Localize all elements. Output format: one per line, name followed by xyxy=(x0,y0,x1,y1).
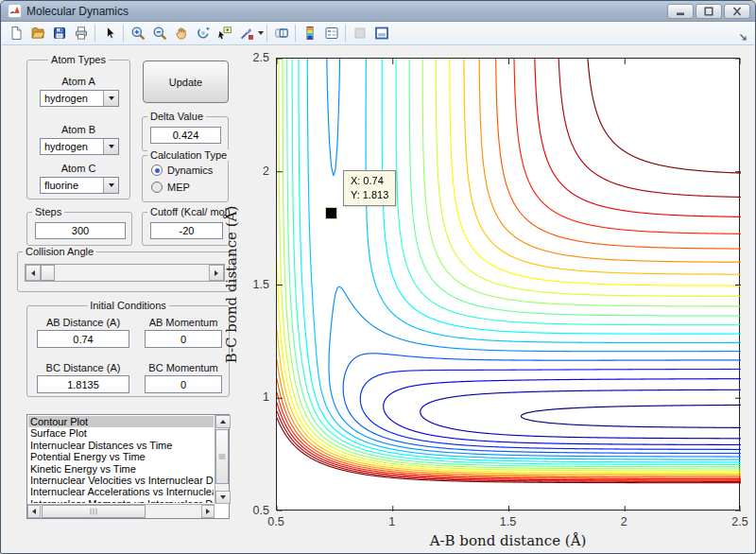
list-item[interactable]: Internuclear Velocities vs Internuclear … xyxy=(28,475,214,486)
link-plots-icon[interactable] xyxy=(270,23,292,43)
contour-plot-canvas[interactable] xyxy=(277,59,741,511)
x-tick-label: 1.5 xyxy=(500,515,516,528)
collision-angle-legend: Collision Angle xyxy=(23,246,96,257)
calculation-type-legend: Calculation Type xyxy=(147,149,230,161)
radio-selected-icon[interactable] xyxy=(151,164,163,176)
close-button[interactable] xyxy=(724,4,750,19)
arrow-left-icon xyxy=(31,270,35,276)
calculation-type-group: Calculation Type Dynamics MEP xyxy=(142,155,229,202)
zoom-out-icon[interactable] xyxy=(148,23,170,43)
slider-right-arrow[interactable] xyxy=(209,265,224,281)
data-cursor-icon[interactable] xyxy=(214,23,235,43)
plottools-icon[interactable] xyxy=(349,23,370,43)
delta-value-group: Delta Value xyxy=(142,116,229,151)
collision-angle-slider[interactable] xyxy=(25,264,225,282)
brush-icon[interactable] xyxy=(235,23,257,43)
dynamics-radio-row[interactable]: Dynamics xyxy=(151,164,213,176)
steps-field[interactable] xyxy=(35,222,126,239)
print-icon[interactable] xyxy=(70,23,92,43)
ab-momentum-field[interactable] xyxy=(145,330,222,348)
list-item[interactable]: Contour Plot xyxy=(28,416,214,427)
insert-legend-icon[interactable] xyxy=(320,23,342,43)
list-item[interactable]: Surface Plot xyxy=(28,427,214,439)
new-document-icon[interactable] xyxy=(5,23,26,43)
scroll-up-button[interactable] xyxy=(215,415,231,428)
cutoff-field[interactable] xyxy=(150,222,223,239)
brush-dropdown-caret[interactable] xyxy=(258,31,264,35)
ab-momentum-label: AB Momentum xyxy=(145,317,222,328)
list-item[interactable]: Internuclear Accelerations vs Internucle… xyxy=(28,486,214,497)
cutoff-legend: Cutoff (Kcal/ mol) xyxy=(147,206,233,217)
bc-distance-label: BC Distance (A) xyxy=(37,362,129,373)
update-button[interactable]: Update xyxy=(143,61,229,103)
ab-distance-field[interactable] xyxy=(37,330,129,348)
x-tick-label: 1 xyxy=(388,515,395,528)
atom-c-dropdown[interactable]: fluorine xyxy=(40,177,119,194)
window-title: Molecular Dynamics xyxy=(26,5,129,18)
scroll-right-button[interactable] xyxy=(201,505,215,518)
bc-distance-field[interactable] xyxy=(37,375,129,393)
y-tick-label: 1 xyxy=(263,390,269,404)
atom-b-dropdown[interactable]: hydrogen xyxy=(40,138,119,155)
slider-left-arrow[interactable] xyxy=(26,265,41,281)
atom-b-label: Atom B xyxy=(27,124,129,135)
atom-types-legend: Atom Types xyxy=(48,54,109,65)
steps-legend: Steps xyxy=(32,206,64,217)
delta-value-field[interactable] xyxy=(150,127,221,144)
radio-unselected-icon[interactable] xyxy=(151,182,163,193)
x-tick-label: 2 xyxy=(621,515,627,528)
atom-c-label: Atom C xyxy=(27,163,129,174)
atom-a-dropdown[interactable]: hydrogen xyxy=(40,90,119,107)
maximize-button[interactable] xyxy=(696,4,722,19)
zoom-in-icon[interactable] xyxy=(127,23,148,43)
vertical-scroll-thumb[interactable] xyxy=(215,429,229,484)
titlebar[interactable]: Molecular Dynamics xyxy=(1,1,755,22)
y-tick-label: 0.5 xyxy=(253,504,269,517)
dropdown-button[interactable] xyxy=(103,91,118,106)
dropdown-button[interactable] xyxy=(103,139,118,154)
scroll-down-button[interactable] xyxy=(215,491,231,504)
pointer-icon[interactable] xyxy=(98,23,120,43)
matlab-app-icon xyxy=(8,4,22,18)
initial-conditions-group: Initial Conditions AB Distance (A) AB Mo… xyxy=(26,305,230,397)
axes-box[interactable] xyxy=(276,58,740,511)
vertical-scrollbar[interactable] xyxy=(215,415,229,504)
mep-radio-label: MEP xyxy=(167,182,190,193)
pan-icon[interactable] xyxy=(170,23,192,43)
steps-group: Steps xyxy=(26,212,132,246)
mep-radio-row[interactable]: MEP xyxy=(151,182,190,193)
insert-colorbar-icon[interactable] xyxy=(299,23,320,43)
horizontal-scroll-thumb[interactable] xyxy=(42,505,146,518)
datatip[interactable]: X: 0.74 Y: 1.813 xyxy=(343,170,396,206)
horizontal-scrollbar[interactable] xyxy=(27,504,215,518)
y-tick-label: 2 xyxy=(263,164,269,178)
save-icon[interactable] xyxy=(48,23,70,43)
list-item[interactable]: Internuclear Distances vs Time xyxy=(28,440,214,451)
datatip-marker[interactable] xyxy=(326,208,336,218)
x-tick-label: 0.5 xyxy=(267,515,284,528)
scroll-left-button[interactable] xyxy=(27,505,41,518)
ab-distance-label: AB Distance (A) xyxy=(37,317,129,328)
minimize-button[interactable] xyxy=(667,4,694,19)
datatip-y-value: Y: 1.813 xyxy=(351,188,388,202)
toolbar-separator xyxy=(266,25,267,42)
maximize-icon xyxy=(702,6,715,17)
atom-types-group: Atom Types Atom A hydrogen Atom B hydrog… xyxy=(26,60,130,199)
rotate-3d-icon[interactable] xyxy=(192,23,214,43)
atom-a-value: hydrogen xyxy=(41,91,103,106)
dropdown-button[interactable] xyxy=(103,178,118,193)
bc-momentum-label: BC Momentum xyxy=(145,362,222,373)
toolbar-overflow-arrow-icon[interactable] xyxy=(739,29,748,46)
list-item[interactable]: Internuclear Momenta vs Internuclear Dis… xyxy=(28,498,214,503)
plot-type-list: Contour PlotSurface PlotInternuclear Dis… xyxy=(28,416,214,503)
dock-figure-icon[interactable] xyxy=(370,23,392,43)
list-item[interactable]: Kinetic Energy vs Time xyxy=(28,463,214,475)
molecular-dynamics-window: Molecular Dynamics xyxy=(0,0,756,554)
figure-toolbar xyxy=(2,22,754,45)
open-file-icon[interactable] xyxy=(26,23,48,43)
bc-momentum-field[interactable] xyxy=(145,375,222,393)
slider-thumb[interactable] xyxy=(41,265,55,281)
plot-type-listbox[interactable]: Contour PlotSurface PlotInternuclear Dis… xyxy=(26,414,230,519)
list-item[interactable]: Potential Energy vs Time xyxy=(28,451,214,462)
chevron-down-icon xyxy=(109,145,114,148)
